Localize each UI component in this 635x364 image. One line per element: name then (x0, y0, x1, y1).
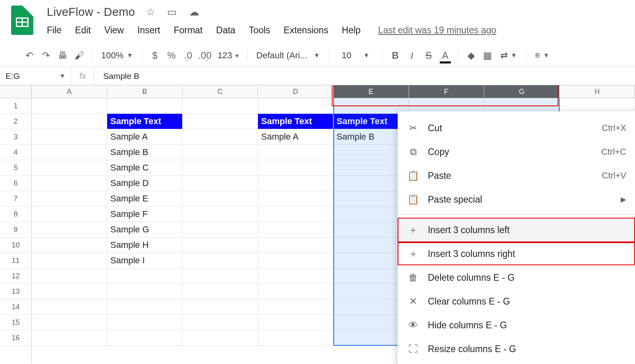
cell[interactable] (107, 330, 183, 346)
column-header[interactable]: G (484, 85, 560, 98)
cell[interactable] (183, 176, 258, 191)
percent-button[interactable]: % (164, 48, 179, 63)
cell[interactable] (32, 284, 107, 299)
cell[interactable] (107, 299, 183, 315)
menu-help[interactable]: Help (342, 25, 360, 36)
cell[interactable] (32, 98, 107, 114)
menu-format[interactable]: Format (174, 25, 203, 36)
cell[interactable]: Sample H (107, 238, 183, 253)
row-header[interactable]: 6 (0, 176, 31, 191)
cell[interactable] (258, 284, 333, 299)
cell[interactable]: Sample D (107, 176, 183, 191)
number-format-select[interactable]: 123▾ (214, 50, 242, 61)
decrease-decimals-button[interactable]: .0← (180, 48, 196, 63)
menu-insert[interactable]: Insert (137, 25, 160, 36)
name-box[interactable]: E:G▼ (0, 67, 71, 85)
row-header[interactable]: 7 (0, 191, 31, 207)
document-title[interactable]: LiveFlow - Demo (47, 6, 135, 19)
cell[interactable] (258, 160, 333, 176)
cell[interactable] (258, 330, 333, 346)
context-menu-item[interactable]: ✂CutCtrl+X (398, 116, 635, 140)
cell[interactable] (107, 98, 183, 114)
menu-tools[interactable]: Tools (249, 25, 270, 36)
menu-file[interactable]: File (47, 25, 62, 36)
undo-button[interactable]: ↶ (21, 48, 37, 63)
cell[interactable] (32, 145, 107, 160)
cell[interactable] (183, 253, 258, 268)
paint-format-button[interactable]: 🖌 (71, 48, 87, 63)
row-header[interactable]: 14 (0, 299, 31, 315)
row-header[interactable]: 8 (0, 207, 31, 222)
row-header[interactable]: 13 (0, 284, 31, 299)
fill-color-button[interactable]: ◆ (463, 48, 479, 63)
row-header[interactable]: 1 (0, 98, 31, 114)
row-header[interactable]: 12 (0, 268, 31, 284)
row-header[interactable]: 4 (0, 145, 31, 160)
currency-button[interactable]: $ (147, 48, 163, 63)
cell[interactable] (258, 315, 333, 330)
context-menu-item[interactable]: ＋Insert 3 columns right (398, 242, 635, 266)
column-header[interactable]: B (107, 85, 183, 98)
print-button[interactable]: 🖶 (55, 48, 71, 63)
cell[interactable] (183, 160, 258, 176)
cloud-icon[interactable]: ☁ (189, 6, 199, 18)
cell[interactable] (107, 315, 183, 330)
last-edit-link[interactable]: Last edit was 19 minutes ago (378, 25, 496, 36)
cell[interactable]: Sample I (107, 253, 183, 268)
cell[interactable]: Sample A (107, 129, 183, 145)
row-header[interactable]: 2 (0, 114, 31, 129)
cell[interactable] (258, 299, 333, 315)
column-header[interactable]: D (258, 85, 333, 98)
column-header[interactable]: C (183, 85, 258, 98)
cell[interactable] (183, 114, 258, 129)
context-menu-item[interactable]: ✕Clear columns E - G (398, 289, 635, 313)
context-menu-item[interactable]: ⧉CopyCtrl+C (398, 140, 635, 164)
sheets-logo[interactable] (11, 6, 33, 35)
zoom-select[interactable]: 100%▼ (97, 50, 137, 61)
cell[interactable] (183, 330, 258, 346)
merge-button[interactable]: ⇄▼ (496, 50, 521, 61)
cell[interactable] (258, 268, 333, 284)
cell[interactable] (183, 145, 258, 160)
context-menu-item[interactable]: ⛶Resize columns E - G (398, 337, 635, 361)
cell[interactable] (258, 191, 333, 207)
cell[interactable] (32, 268, 107, 284)
star-icon[interactable]: ☆ (146, 6, 155, 18)
cell[interactable]: Sample E (107, 191, 183, 207)
column-header[interactable]: A (32, 85, 107, 98)
context-menu-item[interactable]: 👁Hide columns E - G (398, 313, 635, 337)
formula-bar[interactable]: Sample B (94, 71, 139, 81)
cell[interactable] (258, 145, 333, 160)
cell[interactable] (32, 160, 107, 176)
italic-button[interactable]: I (404, 48, 420, 63)
increase-decimals-button[interactable]: .00→ (197, 48, 213, 63)
cell[interactable] (183, 238, 258, 253)
cell[interactable] (258, 253, 333, 268)
menu-data[interactable]: Data (216, 25, 236, 36)
cell[interactable] (258, 207, 333, 222)
cell[interactable] (258, 176, 333, 191)
cell[interactable]: Sample B (107, 145, 183, 160)
cell[interactable] (32, 129, 107, 145)
cell[interactable] (32, 114, 107, 129)
context-menu-item[interactable]: 📋PasteCtrl+V (398, 164, 635, 188)
bold-button[interactable]: B (387, 48, 403, 63)
cell[interactable] (32, 176, 107, 191)
cell[interactable] (183, 129, 258, 145)
cell[interactable] (32, 315, 107, 330)
row-header[interactable]: 11 (0, 253, 31, 268)
cell[interactable]: Sample A (258, 129, 333, 145)
menu-extensions[interactable]: Extensions (284, 25, 329, 36)
cell[interactable] (183, 98, 258, 114)
cell[interactable]: Sample C (107, 160, 183, 176)
cell[interactable] (258, 238, 333, 253)
cell[interactable] (183, 207, 258, 222)
column-header[interactable]: H (560, 85, 635, 98)
menu-edit[interactable]: Edit (75, 25, 91, 36)
cell[interactable]: Sample G (107, 222, 183, 238)
row-header[interactable]: 16 (0, 330, 31, 346)
menu-view[interactable]: View (104, 25, 124, 36)
row-header[interactable]: 9 (0, 222, 31, 238)
font-size-select[interactable]: 10▼ (334, 50, 377, 61)
cell[interactable]: Sample Text (107, 114, 183, 129)
